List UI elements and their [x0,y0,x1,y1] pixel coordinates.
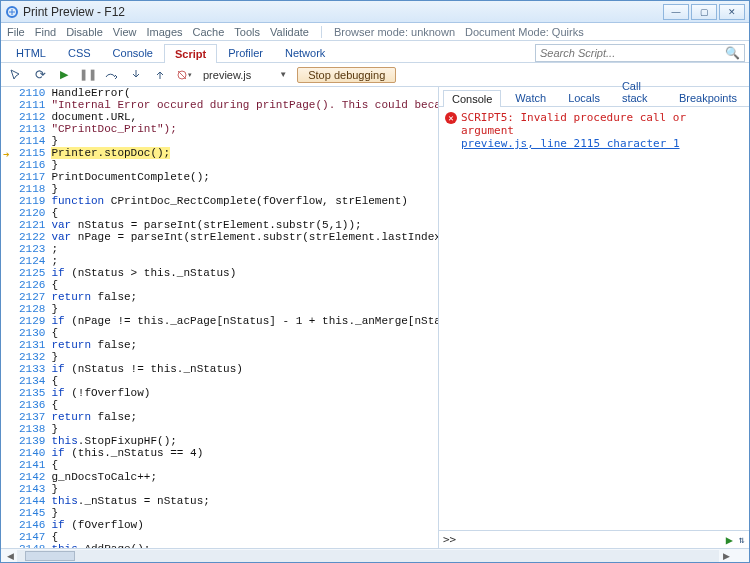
code-line[interactable]: 2133if (nStatus != this._nStatus) [1,363,438,375]
search-input[interactable] [540,47,725,59]
code-line[interactable]: 2124; [1,255,438,267]
code-line[interactable]: 2115Printer.stopDoc(); [1,147,438,159]
tab-css[interactable]: CSS [57,43,102,62]
code-line[interactable]: 2139this.StopFixupHF(); [1,435,438,447]
browser-mode-label[interactable]: Browser mode: unknown [334,26,455,38]
code-line[interactable]: 2114} [1,135,438,147]
dbg-tab-console[interactable]: Console [443,90,501,107]
code-line[interactable]: 2148this.AddPage(); [1,543,438,548]
tab-profiler[interactable]: Profiler [217,43,274,62]
code-line[interactable]: 2140if (this._nStatus == 4) [1,447,438,459]
code-line[interactable]: 2113"CPrintDoc_Print"); [1,123,438,135]
code-line[interactable]: 2137return false; [1,411,438,423]
refresh-icon[interactable]: ⟳ [31,66,49,84]
code-line[interactable]: 2120{ [1,207,438,219]
code-line[interactable]: 2118} [1,183,438,195]
menu-view[interactable]: View [113,26,137,38]
tab-html[interactable]: HTML [5,43,57,62]
code-line[interactable]: 2116} [1,159,438,171]
scroll-left-icon[interactable]: ◀ [3,551,17,561]
code-line[interactable]: 2126{ [1,279,438,291]
code-line[interactable]: 2138} [1,423,438,435]
file-dropdown[interactable]: preview.js ▼ [199,68,291,82]
play-icon[interactable]: ▶ [55,66,73,84]
code-line[interactable]: 2145} [1,507,438,519]
code-text: ; [51,243,438,255]
menu-tools[interactable]: Tools [234,26,260,38]
tab-console[interactable]: Console [102,43,164,62]
menu-cache[interactable]: Cache [193,26,225,38]
code-text: if (this._nStatus == 4) [51,447,438,459]
code-line[interactable]: 2128} [1,303,438,315]
code-text: this._nStatus = nStatus; [51,495,438,507]
line-number: 2123 [1,243,51,255]
menu-find[interactable]: Find [35,26,56,38]
line-number: 2135 [1,387,51,399]
line-number: 2136 [1,399,51,411]
step-into-icon[interactable] [127,66,145,84]
maximize-button[interactable]: ▢ [691,4,717,20]
tab-network[interactable]: Network [274,43,336,62]
code-line[interactable]: 2117PrintDocumentComplete(); [1,171,438,183]
line-number: 2126 [1,279,51,291]
code-text: } [51,183,438,195]
menu-file[interactable]: File [7,26,25,38]
code-line[interactable]: 2131return false; [1,339,438,351]
minimize-button[interactable]: — [663,4,689,20]
code-line[interactable]: 2119function CPrintDoc_RectComplete(fOve… [1,195,438,207]
run-icon[interactable]: ▶ [726,533,733,547]
horizontal-scrollbar[interactable]: ◀ ▶ [1,549,735,562]
code-line[interactable]: 2141{ [1,459,438,471]
scroll-right-icon[interactable]: ▶ [719,551,733,561]
code-line[interactable]: 2143} [1,483,438,495]
dbg-tab-watch[interactable]: Watch [507,90,554,106]
error-source-link[interactable]: preview.js, line 2115 character 1 [461,137,743,150]
chevron-down-icon: ▼ [279,70,287,79]
code-line[interactable]: 2122var nPage = parseInt(strElement.subs… [1,231,438,243]
step-over-icon[interactable] [103,66,121,84]
break-icon[interactable]: ▾ [175,66,193,84]
code-line[interactable]: 2136{ [1,399,438,411]
code-editor[interactable]: 2110HandleError(2111"Internal Error occu… [1,87,439,548]
close-button[interactable]: ✕ [719,4,745,20]
error-icon: ✕ [445,112,457,124]
code-line[interactable]: 2127return false; [1,291,438,303]
code-line[interactable]: 2111"Internal Error occured during print… [1,99,438,111]
code-line[interactable]: 2142g_nDocsToCalc++; [1,471,438,483]
code-line[interactable]: 2123; [1,243,438,255]
menu-disable[interactable]: Disable [66,26,103,38]
code-line[interactable]: 2125if (nStatus > this._nStatus) [1,267,438,279]
pause-icon[interactable]: ❚❚ [79,66,97,84]
code-line[interactable]: 2146if (fOverflow) [1,519,438,531]
code-line[interactable]: 2112document.URL, [1,111,438,123]
code-line[interactable]: 2132} [1,351,438,363]
code-line[interactable]: 2134{ [1,375,438,387]
dbg-tab-locals[interactable]: Locals [560,90,608,106]
search-icon[interactable]: 🔍 [725,46,740,60]
code-line[interactable]: 2147{ [1,531,438,543]
code-line[interactable]: 2144this._nStatus = nStatus; [1,495,438,507]
menu-validate[interactable]: Validate [270,26,309,38]
multiline-icon[interactable]: ⇅ [739,534,745,545]
code-line[interactable]: 2129if (nPage != this._acPage[nStatus] -… [1,315,438,327]
step-out-icon[interactable] [151,66,169,84]
document-mode-label[interactable]: Document Mode: Quirks [465,26,584,38]
code-line[interactable]: 2130{ [1,327,438,339]
code-line[interactable]: 2110HandleError( [1,87,438,99]
code-text: Printer.stopDoc(); [51,147,438,159]
scroll-thumb[interactable] [25,551,75,561]
code-text: var nStatus = parseInt(strElement.substr… [51,219,438,231]
line-number: 2119 [1,195,51,207]
code-line[interactable]: 2121var nStatus = parseInt(strElement.su… [1,219,438,231]
console-input-bar[interactable]: >> ▶ ⇅ [439,530,749,548]
dbg-tab-breakpoints[interactable]: Breakpoints [671,90,745,106]
menu-images[interactable]: Images [146,26,182,38]
code-text: var nPage = parseInt(strElement.substr(s… [51,231,438,243]
pointer-icon[interactable] [7,66,25,84]
search-box[interactable]: 🔍 [535,44,745,62]
code-line[interactable]: 2135if (!fOverflow) [1,387,438,399]
stop-debugging-button[interactable]: Stop debugging [297,67,396,83]
tab-script[interactable]: Script [164,44,217,63]
dbg-tab-callstack[interactable]: Call stack [614,78,665,106]
code-text: } [51,135,438,147]
